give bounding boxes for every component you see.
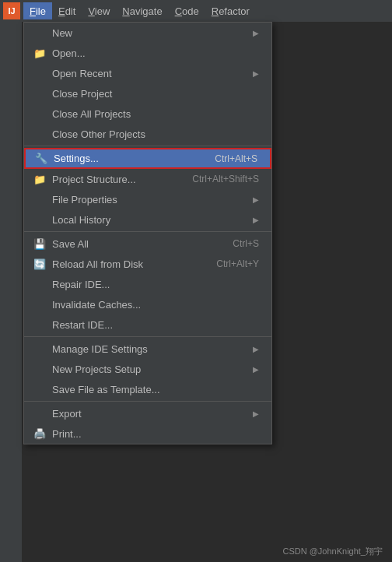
separator-2 bbox=[24, 231, 271, 232]
menubar-label-view: View bbox=[88, 5, 110, 17]
file-dropdown-menu: New ▶ 📁 Open... Open Recent ▶ Close Proj… bbox=[23, 22, 272, 444]
menu-item-local-history[interactable]: Local History ▶ bbox=[24, 209, 271, 230]
reload-all-shortcut: Ctrl+Alt+Y bbox=[216, 258, 259, 269]
open-recent-arrow: ▶ bbox=[253, 69, 259, 78]
watermark: CSDN @JohnKnight_翔宇 bbox=[282, 546, 383, 557]
local-history-arrow: ▶ bbox=[253, 216, 259, 224]
menu-item-close-all-projects[interactable]: Close All Projects bbox=[24, 104, 271, 124]
menu-item-save-all[interactable]: 💾 Save All Ctrl+S bbox=[24, 234, 271, 254]
save-all-shortcut: Ctrl+S bbox=[233, 238, 259, 249]
separator-3 bbox=[24, 336, 271, 337]
repair-ide-label: Repair IDE... bbox=[52, 279, 259, 290]
menubar: IJ File Edit View Navigate Code Refactor bbox=[0, 0, 392, 22]
new-projects-setup-arrow: ▶ bbox=[253, 365, 259, 374]
project-structure-shortcut: Ctrl+Alt+Shift+S bbox=[192, 174, 259, 184]
file-properties-label: File Properties bbox=[52, 194, 247, 205]
menubar-item-edit[interactable]: Edit bbox=[52, 2, 82, 19]
save-all-label: Save All bbox=[52, 238, 217, 250]
manage-ide-settings-arrow: ▶ bbox=[253, 345, 259, 353]
open-label: Open... bbox=[52, 47, 259, 59]
project-structure-icon: 📁 bbox=[32, 174, 47, 185]
settings-icon: 🔧 bbox=[33, 153, 49, 164]
close-project-label: Close Project bbox=[52, 88, 259, 100]
menubar-item-file[interactable]: File bbox=[23, 2, 52, 19]
restart-ide-label: Restart IDE... bbox=[52, 319, 259, 331]
menubar-label-edit: Edit bbox=[58, 5, 75, 17]
save-all-icon: 💾 bbox=[32, 238, 47, 250]
close-all-label: Close All Projects bbox=[52, 108, 259, 120]
menu-item-close-project[interactable]: Close Project bbox=[24, 83, 271, 104]
logo-text: IJ bbox=[8, 6, 15, 16]
menu-item-print[interactable]: 🖨️ Print... bbox=[24, 423, 271, 444]
menu-item-project-structure[interactable]: 📁 Project Structure... Ctrl+Alt+Shift+S bbox=[24, 169, 271, 189]
menu-item-file-properties[interactable]: File Properties ▶ bbox=[24, 189, 271, 209]
invalidate-caches-label: Invalidate Caches... bbox=[52, 299, 259, 311]
new-arrow: ▶ bbox=[253, 29, 259, 37]
ide-sidebar bbox=[0, 0, 22, 562]
menubar-item-view[interactable]: View bbox=[82, 2, 116, 19]
menu-item-restart-ide[interactable]: Restart IDE... bbox=[24, 314, 271, 335]
menu-item-repair-ide[interactable]: Repair IDE... bbox=[24, 274, 271, 294]
open-icon: 📁 bbox=[32, 47, 47, 59]
menubar-item-refactor[interactable]: Refactor bbox=[205, 2, 256, 19]
manage-ide-settings-label: Manage IDE Settings bbox=[52, 343, 247, 355]
separator-4 bbox=[24, 401, 271, 402]
menubar-label-navigate: Navigate bbox=[122, 5, 162, 17]
menubar-label-code: Code bbox=[175, 5, 199, 17]
menu-item-export[interactable]: Export ▶ bbox=[24, 403, 271, 423]
settings-label: Settings... bbox=[54, 153, 199, 164]
menu-item-open[interactable]: 📁 Open... bbox=[24, 43, 271, 63]
separator-1 bbox=[24, 146, 271, 146]
reload-all-label: Reload All from Disk bbox=[52, 258, 201, 270]
export-arrow: ▶ bbox=[253, 409, 259, 418]
export-label: Export bbox=[52, 408, 247, 420]
app-logo: IJ bbox=[3, 2, 20, 19]
menu-item-close-other-projects[interactable]: Close Other Projects bbox=[24, 124, 271, 144]
menu-item-new-projects-setup[interactable]: New Projects Setup ▶ bbox=[24, 359, 271, 379]
menu-item-new[interactable]: New ▶ bbox=[24, 23, 271, 43]
menubar-item-code[interactable]: Code bbox=[169, 2, 205, 19]
close-other-label: Close Other Projects bbox=[52, 128, 259, 140]
print-label: Print... bbox=[52, 428, 259, 440]
open-recent-label: Open Recent bbox=[52, 68, 247, 79]
save-template-label: Save File as Template... bbox=[52, 384, 259, 395]
new-projects-setup-label: New Projects Setup bbox=[52, 364, 247, 375]
watermark-text: CSDN @JohnKnight_翔宇 bbox=[282, 546, 383, 556]
menu-item-reload-all[interactable]: 🔄 Reload All from Disk Ctrl+Alt+Y bbox=[24, 254, 271, 274]
menu-item-invalidate-caches[interactable]: Invalidate Caches... bbox=[24, 294, 271, 314]
new-label: New bbox=[52, 27, 247, 39]
menu-item-manage-ide-settings[interactable]: Manage IDE Settings ▶ bbox=[24, 339, 271, 359]
menubar-label-refactor: Refactor bbox=[212, 5, 250, 17]
menubar-item-navigate[interactable]: Navigate bbox=[116, 2, 168, 19]
settings-shortcut: Ctrl+Alt+S bbox=[215, 153, 257, 164]
menu-item-settings[interactable]: 🔧 Settings... Ctrl+Alt+S bbox=[24, 148, 271, 169]
project-structure-label: Project Structure... bbox=[52, 174, 177, 185]
menubar-label-file: File bbox=[30, 5, 46, 17]
file-properties-arrow: ▶ bbox=[253, 195, 259, 204]
menu-item-save-file-as-template[interactable]: Save File as Template... bbox=[24, 379, 271, 399]
local-history-label: Local History bbox=[52, 214, 247, 226]
menu-item-open-recent[interactable]: Open Recent ▶ bbox=[24, 63, 271, 83]
print-icon: 🖨️ bbox=[32, 428, 47, 440]
reload-all-icon: 🔄 bbox=[32, 258, 47, 270]
